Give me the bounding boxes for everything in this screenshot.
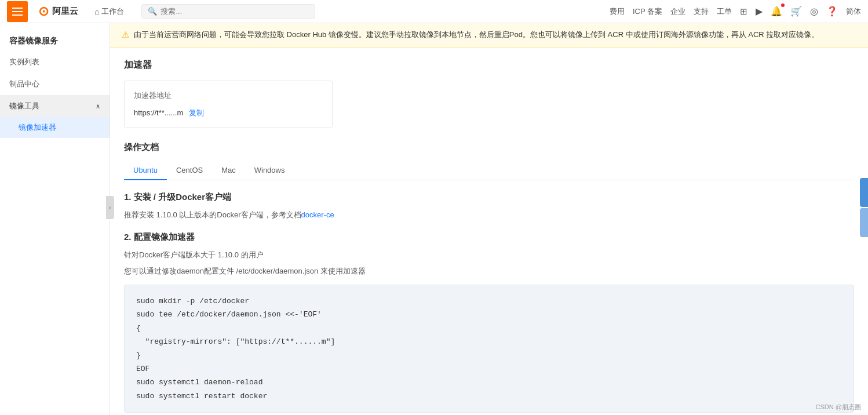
step1-desc-text: 推荐安装 1.10.0 以上版本的Docker客户端，参考文档	[124, 210, 301, 219]
grid-icon[interactable]: ⊞	[740, 6, 747, 17]
location-icon[interactable]: ◎	[810, 6, 818, 17]
logo-area: ⊙ 阿里云	[32, 4, 84, 19]
nav-fees[interactable]: 费用	[610, 6, 625, 17]
main-content: ⚠ 由于当前运营商网络问题，可能会导致您拉取 Docker Hub 镜像变慢。建…	[110, 23, 868, 415]
nav-tickets[interactable]: 工单	[717, 6, 732, 17]
tab-ubuntu[interactable]: Ubuntu	[124, 161, 167, 180]
step2-title: 2. 配置镜像加速器	[124, 232, 854, 243]
nav-enterprise[interactable]: 企业	[670, 6, 685, 17]
accelerator-section-title: 加速器	[124, 59, 854, 71]
bell-icon[interactable]: 🔔	[771, 6, 782, 17]
side-tab-1[interactable]	[860, 178, 868, 207]
video-icon[interactable]: ▶	[756, 6, 763, 17]
sidebar-item-tools-label: 镜像工具	[9, 101, 39, 111]
nav-support[interactable]: 支持	[694, 6, 709, 17]
aliyun-logo-icon: ⊙	[38, 4, 49, 19]
logo-text: 阿里云	[52, 6, 78, 17]
accelerator-label: 加速器地址	[134, 90, 323, 101]
hamburger-button[interactable]	[7, 1, 28, 22]
step2-desc2-text: 您可以通过修改daemon配置文件 /etc/docker/daemon.jso…	[124, 267, 366, 275]
step1-desc: 推荐安装 1.10.0 以上版本的Docker客户端，参考文档docker-ce	[124, 209, 854, 221]
sidebar-item-products-label: 制品中心	[9, 79, 39, 89]
sidebar-item-products[interactable]: 制品中心	[0, 73, 110, 95]
accelerator-url: https://t**......m	[134, 108, 183, 117]
warning-icon: ⚠	[122, 30, 129, 40]
sidebar: 容器镜像服务 实例列表 制品中心 镜像工具 ∧ 镜像加速器	[0, 23, 110, 415]
tabs-bar: Ubuntu CentOS Mac Windows	[124, 161, 854, 180]
side-panel	[860, 178, 868, 237]
home-icon: ⌂	[94, 7, 99, 16]
help-icon[interactable]: ❓	[826, 6, 838, 17]
tab-centos[interactable]: CentOS	[167, 161, 212, 180]
chevron-up-icon: ∧	[96, 103, 100, 110]
search-icon: 🔍	[148, 7, 157, 16]
main-layout: 容器镜像服务 实例列表 制品中心 镜像工具 ∧ 镜像加速器 ‹ ⚠ 由于当前运营…	[0, 23, 868, 415]
docs-section-title: 操作文档	[124, 142, 854, 153]
step2-desc1: 针对Docker客户端版本大于 1.10.0 的用户	[124, 249, 854, 261]
sidebar-item-tools[interactable]: 镜像工具 ∧	[0, 95, 110, 117]
accelerator-url-row: https://t**......m 复制	[134, 108, 323, 118]
top-navigation: ⊙ 阿里云 ⌂ 工作台 🔍 费用 ICP 备案 企业 支持 工单 ⊞ ▶ 🔔 🛒…	[0, 0, 868, 23]
sidebar-item-accelerator[interactable]: 镜像加速器	[0, 117, 110, 138]
sidebar-title: 容器镜像服务	[0, 29, 110, 51]
workbench-label: 工作台	[101, 6, 124, 17]
sidebar-collapse-handle[interactable]: ‹	[106, 196, 114, 219]
workbench-button[interactable]: ⌂ 工作台	[89, 4, 130, 19]
sidebar-item-instances[interactable]: 实例列表	[0, 51, 110, 73]
content-area: 加速器 加速器地址 https://t**......m 复制 操作文档 Ubu…	[110, 48, 868, 415]
notice-bar: ⚠ 由于当前运营商网络问题，可能会导致您拉取 Docker Hub 镜像变慢。建…	[110, 23, 868, 48]
notice-text: 由于当前运营商网络问题，可能会导致您拉取 Docker Hub 镜像变慢。建议您…	[134, 29, 819, 41]
search-box: 🔍	[141, 4, 315, 19]
sidebar-item-instances-label: 实例列表	[9, 57, 39, 67]
cart-icon[interactable]: 🛒	[790, 6, 802, 17]
sidebar-menu: 实例列表 制品中心 镜像工具 ∧ 镜像加速器	[0, 51, 110, 138]
nav-icp[interactable]: ICP 备案	[633, 6, 662, 17]
copy-button[interactable]: 复制	[189, 108, 204, 118]
docker-ce-link[interactable]: docker-ce	[301, 210, 334, 219]
step2-desc2: 您可以通过修改daemon配置文件 /etc/docker/daemon.jso…	[124, 265, 854, 278]
tab-mac[interactable]: Mac	[212, 161, 245, 180]
tab-windows[interactable]: Windows	[245, 161, 294, 180]
footer-watermark: CSDN @朋态圈	[816, 403, 861, 412]
code-block: sudo mkdir -p /etc/docker sudo tee /etc/…	[124, 285, 854, 413]
top-nav-right: 费用 ICP 备案 企业 支持 工单 ⊞ ▶ 🔔 🛒 ◎ ❓ 简体	[610, 6, 861, 17]
search-input[interactable]	[161, 7, 309, 16]
step1-title: 1. 安装 / 升级Docker客户端	[124, 192, 854, 203]
side-tab-2[interactable]	[860, 208, 868, 237]
lang-switch[interactable]: 简体	[846, 6, 861, 17]
accelerator-box: 加速器地址 https://t**......m 复制	[124, 81, 333, 128]
sidebar-sub-item-label: 镜像加速器	[19, 123, 56, 132]
